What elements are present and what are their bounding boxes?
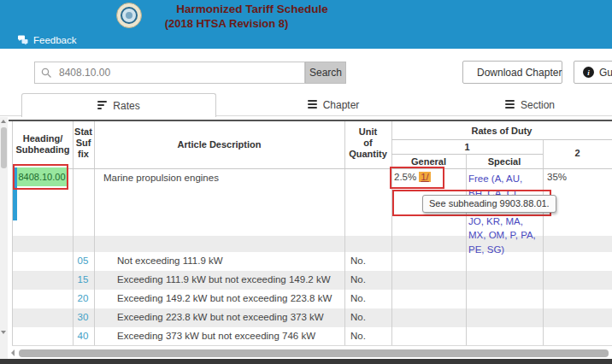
footnote-tooltip: See subheading 9903.88.01. bbox=[422, 195, 556, 213]
col-header-stat-line2: Suf bbox=[74, 138, 93, 149]
search-input[interactable] bbox=[35, 62, 304, 83]
row-unit: No. bbox=[350, 274, 366, 285]
col-header-description: Article Description bbox=[94, 139, 344, 150]
app-title: Harmonized Tariff Schedule bbox=[137, 3, 368, 15]
rates-menu-icon bbox=[97, 101, 107, 111]
general-rate-cell: 2.5%1/ bbox=[394, 172, 431, 182]
table-bottom-border bbox=[12, 345, 612, 346]
col-header-duty-2: 2 bbox=[543, 148, 612, 159]
guide-button[interactable]: Guide bbox=[574, 61, 612, 84]
col-header-heading-line2: Subheading bbox=[14, 144, 72, 156]
table-row: 30 Exceeding 223.8 kW but not exceeding … bbox=[12, 308, 612, 327]
duty-2-rate: 35% bbox=[547, 172, 567, 182]
stat-suffix: 40 bbox=[70, 331, 96, 341]
special-line: Free (A, AU, bbox=[468, 172, 545, 186]
special-rates-cell: Free (A, AU, BH, CA, CL, JO, KR, MA, MX,… bbox=[468, 172, 545, 256]
scroll-up-icon[interactable] bbox=[1, 120, 6, 123]
col-header-unit-line2: of bbox=[344, 138, 391, 149]
download-chapter-label: Download Chapter bbox=[477, 67, 562, 79]
col-header-stat-suffix: Stat Suf fix bbox=[74, 126, 93, 160]
horizontal-scrollbar-thumb[interactable] bbox=[19, 349, 609, 357]
col-header-special: Special bbox=[466, 156, 543, 167]
vertical-scrollbar-thumb[interactable] bbox=[1, 127, 7, 168]
column-divider bbox=[94, 121, 95, 345]
col-header-heading: Heading/ Subheading bbox=[14, 133, 72, 156]
window-bottom-edge bbox=[0, 359, 612, 364]
feedback-bubble-icon bbox=[17, 35, 29, 45]
info-icon bbox=[583, 67, 594, 78]
column-divider bbox=[391, 121, 392, 345]
row-unit: No. bbox=[350, 255, 366, 266]
tab-section[interactable]: Section bbox=[453, 93, 607, 116]
table-row: 15 Exceeding 111.9 kW but not exceeding … bbox=[12, 271, 612, 290]
hts-app-window: Harmonized Tariff Schedule (2018 HTSA Re… bbox=[0, 0, 612, 364]
footnote-link[interactable]: 1/ bbox=[419, 172, 431, 182]
col-header-unit-line1: Unit bbox=[344, 126, 391, 138]
stat-suffix: 20 bbox=[70, 293, 96, 303]
scroll-down-icon[interactable] bbox=[1, 331, 6, 334]
chapter-menu-icon bbox=[308, 100, 317, 110]
header-bottom-border bbox=[12, 168, 612, 169]
col-header-stat-line1: Stat bbox=[74, 126, 93, 138]
col-header-rates-of-duty: Rates of Duty bbox=[391, 126, 612, 137]
table-row: 40 Exceeding 373 kW but not exceeding 74… bbox=[12, 327, 612, 346]
row-description: Exceeding 111.9 kW but not exceeding 149… bbox=[117, 274, 331, 285]
search-button[interactable]: Search bbox=[305, 62, 346, 84]
row-description: Exceeding 223.8 kW but not exceeding 373… bbox=[117, 312, 324, 322]
col-header-stat-line3: fix bbox=[74, 149, 93, 160]
seal-core bbox=[126, 12, 132, 19]
row-unit: No. bbox=[350, 331, 366, 341]
row-unit: No. bbox=[350, 312, 366, 322]
vertical-scrollbar[interactable] bbox=[0, 117, 8, 360]
table-row: 20 Exceeding 149.2 kW but not exceeding … bbox=[12, 290, 612, 308]
table-top-border bbox=[9, 120, 612, 121]
header-divider bbox=[391, 154, 543, 155]
stat-suffix: 30 bbox=[70, 312, 96, 322]
download-chapter-button[interactable]: Download Chapter bbox=[462, 61, 562, 84]
guide-label: Guide bbox=[599, 67, 612, 79]
stat-suffix: 15 bbox=[70, 274, 96, 285]
seal-inner-ring bbox=[121, 7, 138, 24]
row-description: Exceeding 373 kW but not exceeding 746 k… bbox=[117, 331, 315, 341]
tab-section-label: Section bbox=[521, 99, 555, 111]
scroll-left-icon[interactable] bbox=[11, 349, 15, 356]
search-box bbox=[34, 62, 305, 84]
article-description: Marine propulsion engines bbox=[103, 173, 219, 183]
col-header-duty-1: 1 bbox=[391, 142, 543, 153]
tab-chapter-label: Chapter bbox=[323, 99, 360, 111]
feedback-label: Feedback bbox=[33, 35, 77, 45]
header-divider bbox=[391, 139, 612, 140]
row-description: Exceeding 149.2 kW but not exceeding 223… bbox=[117, 293, 332, 303]
special-line: PE, SG) bbox=[468, 243, 545, 257]
special-line: MX, OM, P, PA, bbox=[468, 228, 545, 243]
special-line: JO, KR, MA, bbox=[468, 214, 545, 229]
tab-rates-label: Rates bbox=[113, 100, 139, 112]
col-header-unit: Unit of Quantity bbox=[344, 126, 391, 160]
stat-suffix: 05 bbox=[70, 255, 96, 266]
subheading-highlight: 8408.10.00 bbox=[17, 167, 67, 186]
feedback-link[interactable]: Feedback bbox=[17, 33, 77, 47]
col-header-general: General bbox=[391, 156, 466, 167]
tab-chapter[interactable]: Chapter bbox=[256, 93, 410, 116]
general-rate-value: 2.5% bbox=[394, 172, 416, 182]
table-left-border bbox=[12, 121, 13, 345]
col-header-heading-line1: Heading/ bbox=[14, 133, 72, 144]
tab-rates[interactable]: Rates bbox=[21, 93, 216, 117]
app-subtitle: (2018 HTSA Revision 8) bbox=[137, 17, 316, 30]
row-unit: No. bbox=[350, 293, 366, 303]
column-divider bbox=[466, 154, 467, 345]
col-header-unit-line3: Quantity bbox=[344, 149, 391, 160]
row-description: Not exceeding 111.9 kW bbox=[117, 255, 223, 266]
section-menu-icon bbox=[505, 100, 515, 110]
app-header: Harmonized Tariff Schedule (2018 HTSA Re… bbox=[0, 0, 612, 49]
